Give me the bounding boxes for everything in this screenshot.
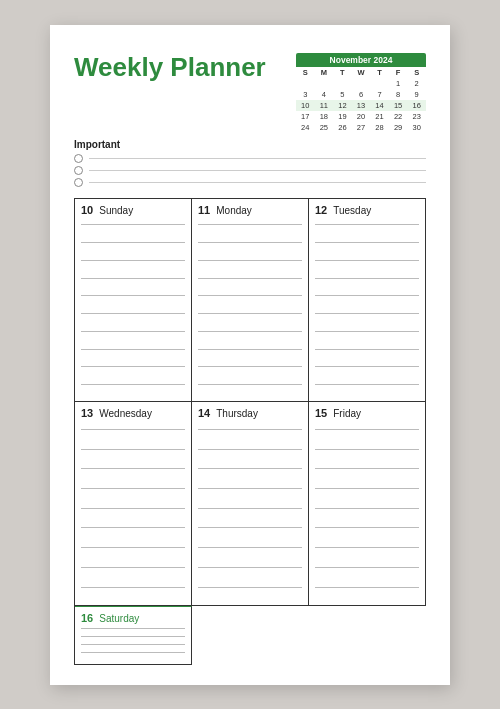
day-num-sunday: 10 <box>81 204 93 216</box>
day-line <box>198 278 302 279</box>
day-name-tuesday: Tuesday <box>333 205 371 216</box>
day-header-monday: 11Monday <box>198 204 302 216</box>
day-line <box>315 242 419 243</box>
day-line <box>198 349 302 350</box>
day-line <box>315 468 419 469</box>
day-line <box>81 449 185 450</box>
day-name-saturday: Saturday <box>99 613 139 624</box>
day-header-tuesday: 12Tuesday <box>315 204 419 216</box>
important-circle-1 <box>74 154 83 163</box>
day-line <box>198 567 302 568</box>
day-line <box>198 488 302 489</box>
important-item-1 <box>74 154 426 163</box>
day-header-saturday: 16Saturday <box>81 612 185 624</box>
important-circle-3 <box>74 178 83 187</box>
day-line <box>198 547 302 548</box>
day-num-friday: 15 <box>315 407 327 419</box>
page-title: Weekly Planner <box>74 53 266 82</box>
calendar-table: SMTWTFS 12345678910111213141516171819202… <box>296 67 426 133</box>
day-line <box>81 313 185 314</box>
day-line <box>81 366 185 367</box>
day-lines-wednesday <box>81 423 185 601</box>
day-line <box>315 278 419 279</box>
day-line <box>81 331 185 332</box>
day-line <box>198 527 302 528</box>
day-line <box>315 384 419 385</box>
day-line <box>315 366 419 367</box>
important-line-3 <box>89 182 426 183</box>
day-cell-wednesday: 13Wednesday <box>75 402 192 606</box>
day-line <box>315 260 419 261</box>
day-cell-monday: 11Monday <box>192 199 309 403</box>
important-line-2 <box>89 170 426 171</box>
day-line <box>315 295 419 296</box>
day-line <box>81 349 185 350</box>
day-line <box>315 488 419 489</box>
day-line <box>81 628 185 629</box>
day-line <box>198 366 302 367</box>
day-line <box>198 384 302 385</box>
important-item-3 <box>74 178 426 187</box>
day-line <box>315 449 419 450</box>
day-num-thursday: 14 <box>198 407 210 419</box>
day-cell-tuesday: 12Tuesday <box>309 199 426 403</box>
mini-calendar: November 2024 SMTWTFS 123456789101112131… <box>296 53 426 133</box>
day-line <box>81 587 185 588</box>
day-line <box>81 488 185 489</box>
day-name-thursday: Thursday <box>216 408 258 419</box>
day-cell-saturday: 16Saturday <box>75 606 192 665</box>
day-line <box>81 547 185 548</box>
day-line <box>81 468 185 469</box>
important-circle-2 <box>74 166 83 175</box>
day-header-friday: 15Friday <box>315 407 419 419</box>
day-line <box>81 224 185 225</box>
day-line <box>81 429 185 430</box>
day-line <box>198 468 302 469</box>
day-line <box>198 260 302 261</box>
day-line <box>81 508 185 509</box>
day-name-sunday: Sunday <box>99 205 133 216</box>
calendar-month: November 2024 <box>296 53 426 67</box>
day-name-wednesday: Wednesday <box>99 408 152 419</box>
day-cell-sunday: 10Sunday <box>75 199 192 403</box>
important-section: Important <box>74 139 426 190</box>
day-lines-tuesday <box>315 220 419 398</box>
important-label: Important <box>74 139 426 150</box>
day-line <box>198 242 302 243</box>
day-line <box>198 508 302 509</box>
day-line <box>315 224 419 225</box>
day-line <box>315 331 419 332</box>
day-line <box>81 260 185 261</box>
day-line <box>81 295 185 296</box>
day-line <box>198 587 302 588</box>
header: Weekly Planner November 2024 SMTWTFS 123… <box>74 53 426 133</box>
day-line <box>315 587 419 588</box>
day-num-saturday: 16 <box>81 612 93 624</box>
day-header-thursday: 14Thursday <box>198 407 302 419</box>
important-item-2 <box>74 166 426 175</box>
day-header-wednesday: 13Wednesday <box>81 407 185 419</box>
day-header-sunday: 10Sunday <box>81 204 185 216</box>
day-line <box>198 224 302 225</box>
day-lines-sunday <box>81 220 185 398</box>
day-line <box>198 313 302 314</box>
day-line <box>81 644 185 645</box>
important-line-1 <box>89 158 426 159</box>
planner-page: Weekly Planner November 2024 SMTWTFS 123… <box>50 25 450 685</box>
day-line <box>315 313 419 314</box>
day-line <box>315 429 419 430</box>
day-num-tuesday: 12 <box>315 204 327 216</box>
day-lines-friday <box>315 423 419 601</box>
day-line <box>81 527 185 528</box>
day-line <box>198 449 302 450</box>
day-line <box>81 636 185 637</box>
day-lines-saturday <box>81 628 185 660</box>
day-line <box>315 508 419 509</box>
day-grid: 10Sunday11Monday12Tuesday13Wednesday14Th… <box>74 198 426 665</box>
day-num-wednesday: 13 <box>81 407 93 419</box>
day-lines-monday <box>198 220 302 398</box>
day-line <box>198 331 302 332</box>
day-num-monday: 11 <box>198 204 210 216</box>
day-line <box>81 242 185 243</box>
day-cell-friday: 15Friday <box>309 402 426 606</box>
